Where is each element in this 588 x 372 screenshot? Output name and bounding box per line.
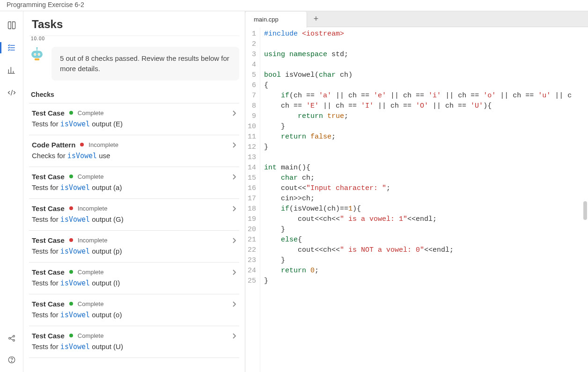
chevron-right-icon <box>232 142 236 150</box>
check-description: Tests for isVowel output (I) <box>32 279 236 287</box>
check-item[interactable]: Test CaseIncompleteTests for isVowel out… <box>29 230 239 262</box>
check-status: Incomplete <box>78 237 108 244</box>
new-tab-button[interactable]: + <box>307 14 325 24</box>
check-title: Test Case <box>32 332 65 340</box>
status-dot-icon <box>69 111 73 115</box>
editor-tabs: main.cpp + <box>245 11 588 27</box>
status-dot-icon <box>69 334 73 337</box>
status-dot-icon <box>80 143 84 146</box>
status-dot-icon <box>69 238 73 242</box>
check-status: Complete <box>78 300 104 307</box>
code-editor[interactable]: 1234567891011121314151617181920212223242… <box>245 27 588 372</box>
svg-line-11 <box>10 336 13 338</box>
tab-label: main.cpp <box>254 16 279 23</box>
tab-main-cpp[interactable]: main.cpp <box>245 12 307 28</box>
check-item[interactable]: Test CaseIncompleteTests for isVowel out… <box>29 198 239 230</box>
check-description: Tests for isVowel output (E) <box>32 120 236 128</box>
status-dot-icon <box>69 175 73 178</box>
editor-panel: main.cpp + 12345678910111213141516171819… <box>245 11 588 372</box>
scrollbar-thumb[interactable] <box>583 201 587 220</box>
tasks-title: Tasks <box>23 11 245 36</box>
check-description: Tests for isVowel output (U) <box>32 343 236 351</box>
check-status: Complete <box>78 269 104 276</box>
check-status: Complete <box>78 109 104 117</box>
check-description: Checks for isVowel use <box>32 152 236 160</box>
page-header: Programming Exercise 6-2 <box>0 0 588 11</box>
svg-point-18 <box>35 54 36 55</box>
svg-line-12 <box>10 339 13 340</box>
check-description: Tests for isVowel output (p) <box>32 247 236 255</box>
code-content[interactable]: #include <iostream> using namespace std;… <box>260 27 588 372</box>
code-icon[interactable] <box>4 85 19 100</box>
score-value: 10.00 <box>29 36 239 44</box>
check-title: Test Case <box>32 236 65 244</box>
svg-line-7 <box>11 90 12 95</box>
svg-rect-15 <box>31 51 43 58</box>
check-title: Test Case <box>32 173 65 181</box>
check-status: Complete <box>78 173 104 180</box>
status-dot-icon <box>69 270 73 274</box>
check-item[interactable]: Test CaseCompleteTests for isVowel outpu… <box>29 262 239 294</box>
check-status: Complete <box>78 332 104 339</box>
chart-icon[interactable] <box>4 63 19 78</box>
check-item[interactable]: Test CaseCompleteTests for isVowel outpu… <box>29 167 239 198</box>
svg-point-19 <box>38 54 39 55</box>
check-item[interactable]: Test CaseCompleteTests for isVowel outpu… <box>29 103 239 135</box>
list-icon[interactable] <box>4 40 19 55</box>
bot-message: 5 out of 8 checks passed. Review the res… <box>51 47 239 80</box>
check-title: Test Case <box>32 109 65 117</box>
chevron-right-icon <box>232 110 236 118</box>
tasks-panel: Tasks 10.00 5 out of 8 checks passed. Re… <box>23 11 245 372</box>
checks-heading: Checks <box>29 89 239 103</box>
chevron-right-icon <box>232 333 236 341</box>
chevron-right-icon <box>232 205 236 213</box>
svg-point-22 <box>36 47 37 49</box>
check-item[interactable]: Test CaseCompleteTests for isVowel outpu… <box>29 294 239 326</box>
check-description: Tests for isVowel output (G) <box>32 215 236 224</box>
check-title: Test Case <box>32 268 65 276</box>
book-icon[interactable] <box>4 18 19 33</box>
check-title: Test Case <box>32 204 65 212</box>
check-item[interactable]: Code PatternIncompleteChecks for isVowel… <box>29 135 239 167</box>
svg-point-14 <box>11 361 12 362</box>
svg-rect-20 <box>35 58 39 60</box>
exercise-title: Programming Exercise 6-2 <box>7 1 84 8</box>
check-description: Tests for isVowel output (o) <box>32 311 236 319</box>
side-iconbar <box>0 11 23 372</box>
help-icon[interactable] <box>4 352 19 367</box>
line-gutter: 1234567891011121314151617181920212223242… <box>245 27 260 372</box>
check-status: Incomplete <box>78 205 108 212</box>
bot-avatar-icon <box>29 47 45 63</box>
chevron-right-icon <box>232 237 236 245</box>
chevron-right-icon <box>232 269 236 277</box>
share-icon[interactable] <box>4 331 19 346</box>
check-description: Tests for isVowel output (a) <box>32 183 236 192</box>
check-title: Code Pattern <box>32 141 75 149</box>
status-dot-icon <box>69 206 73 210</box>
chevron-right-icon <box>232 301 236 309</box>
chevron-right-icon <box>232 174 236 182</box>
check-item[interactable]: Test CaseCompleteTests for isVowel outpu… <box>29 326 239 358</box>
check-title: Test Case <box>32 300 65 308</box>
status-dot-icon <box>69 302 73 306</box>
check-status: Incomplete <box>88 141 118 148</box>
